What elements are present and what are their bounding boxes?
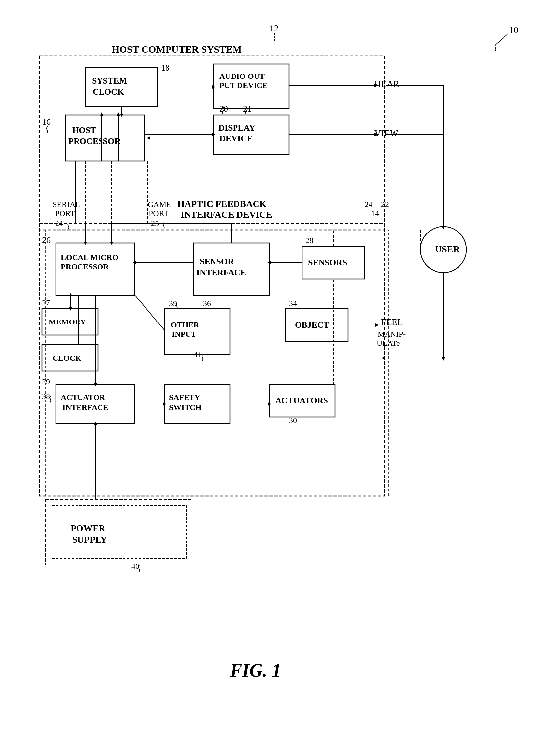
host-computer-system-label: HOST COMPUTER SYSTEM (112, 44, 242, 55)
sensor-interface-label: SENSOR (200, 257, 234, 266)
manipulate-label2: ULATe (377, 339, 400, 347)
hear-label: HEAR (374, 79, 400, 89)
actuator-interface-label2: INTERFACE (62, 403, 108, 411)
ref-24p: 24' (365, 200, 374, 209)
clock-label: CLOCK (53, 354, 81, 362)
ref-14: 14 (371, 209, 379, 218)
ref-18: 18 (161, 63, 169, 73)
ref-34: 34 (289, 299, 297, 308)
other-input-label: OTHER (171, 321, 199, 329)
host-processor-label2: PROCESSOR (68, 136, 121, 146)
fig-label: FIG. 1 (230, 660, 281, 680)
haptic-feedback-label2: INTERFACE DEVICE (181, 210, 272, 220)
svg-marker-47 (382, 356, 385, 360)
diagram: 10 12 HOST COMPUTER SYSTEM SYSTEM CLOCK … (20, 13, 539, 703)
svg-line-0 (496, 34, 507, 44)
display-device-label2: DEVICE (219, 134, 253, 143)
system-clock-label2: CLOCK (93, 87, 124, 97)
serial-port-label: SERIAL (53, 200, 80, 209)
system-clock-label: SYSTEM (92, 76, 127, 86)
object-label: OBJECT (295, 320, 329, 330)
power-supply-label: POWER (71, 523, 106, 533)
sensor-interface-label2: INTERFACE (196, 268, 246, 277)
svg-rect-78 (45, 499, 193, 565)
ref-10: 10 (509, 25, 518, 35)
memory-label: MEMORY (49, 318, 86, 326)
ref-38: 38 (42, 392, 50, 401)
svg-line-51 (135, 296, 164, 330)
ref-27: 27 (42, 299, 50, 307)
actuators-label: ACTUATORS (275, 396, 328, 405)
serial-port-label2: PORT (55, 209, 75, 218)
power-supply-label2: SUPPLY (72, 534, 107, 544)
audio-output-label: AUDIO OUT- (219, 72, 267, 80)
svg-marker-38 (69, 293, 72, 296)
ref-12: 12 (269, 23, 279, 33)
manipulate-label: MANIP- (378, 330, 406, 338)
ref-40: 40 (131, 562, 139, 570)
ref-26: 26 (42, 235, 51, 245)
sensors-label: SENSORS (308, 258, 347, 267)
safety-switch-label: SAFETY (169, 393, 200, 402)
svg-marker-58 (100, 112, 103, 116)
audio-output-label2: PUT DEVICE (219, 81, 268, 90)
ref-39: 39 (169, 299, 177, 308)
svg-marker-26 (442, 226, 445, 229)
ref-29: 29 (42, 377, 50, 386)
feel-label: FEEL (381, 317, 403, 327)
safety-switch-label2: SWITCH (169, 403, 202, 411)
ref-16: 16 (42, 117, 51, 127)
game-port-label: GAME (148, 200, 171, 209)
local-micro-label: LOCAL MICRO- (61, 253, 121, 262)
ref-22: 22 (381, 200, 389, 209)
ref-28: 28 (305, 236, 313, 245)
ref-20: 20 (219, 104, 228, 114)
user-label: USER (435, 244, 460, 254)
haptic-feedback-label: HAPTIC FEEDBACK (177, 199, 267, 209)
ref-36: 36 (203, 299, 211, 308)
display-device-label: DISPLAY (218, 123, 255, 133)
ref-41: 41 (194, 350, 202, 359)
svg-marker-60 (117, 112, 120, 116)
local-micro-label2: PROCESSOR (61, 262, 109, 271)
actuator-interface-label: ACTUATOR (61, 393, 105, 402)
ref-30: 30 (289, 416, 297, 425)
host-processor-label: HOST (72, 125, 96, 135)
svg-marker-43 (375, 323, 379, 327)
game-port-label2: PORT (149, 209, 168, 218)
svg-marker-18 (147, 136, 150, 140)
other-input-label2: INPUT (172, 330, 196, 338)
view-label: VIEW (374, 128, 399, 138)
